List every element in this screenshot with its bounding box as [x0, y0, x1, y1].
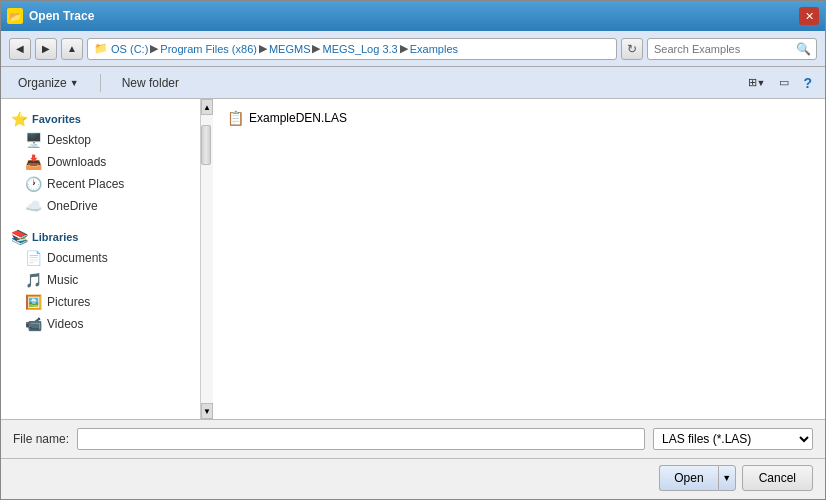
open-button-group: Open ▼ [659, 465, 735, 491]
back-button[interactable]: ◀ [9, 38, 31, 60]
toolbar: Organize ▼ New folder ⊞ ▼ ▭ ? [1, 67, 825, 99]
help-button[interactable]: ? [798, 72, 817, 94]
main-content: ⭐ Favorites 🖥️ Desktop 📥 Downloads 🕐 Rec… [1, 99, 825, 419]
up-button[interactable]: ▲ [61, 38, 83, 60]
filename-label: File name: [13, 432, 69, 446]
title-bar: 📂 Open Trace ✕ [1, 1, 825, 31]
sidebar-item-videos[interactable]: 📹 Videos [1, 313, 200, 335]
favorites-section: ⭐ Favorites [1, 107, 200, 129]
sidebar-item-desktop-label: Desktop [47, 133, 91, 147]
sidebar-item-onedrive-label: OneDrive [47, 199, 98, 213]
libraries-icon: 📚 [11, 229, 28, 245]
scroll-track [201, 115, 213, 403]
toolbar-right: ⊞ ▼ ▭ ? [743, 72, 817, 94]
forward-button[interactable]: ▶ [35, 38, 57, 60]
address-bar: ◀ ▶ ▲ 📁 OS (C:) ▶ Program Files (x86) ▶ … [1, 31, 825, 67]
new-folder-label: New folder [122, 76, 179, 90]
videos-icon: 📹 [25, 316, 41, 332]
sidebar-item-recent-places[interactable]: 🕐 Recent Places [1, 173, 200, 195]
view-grid-icon: ⊞ [748, 76, 757, 89]
breadcrumb-item-4[interactable]: Examples [410, 43, 458, 55]
scroll-down-button[interactable]: ▼ [201, 403, 213, 419]
breadcrumb-folder-icon: 📁 [94, 42, 111, 55]
organize-button[interactable]: Organize ▼ [9, 73, 88, 93]
libraries-label: Libraries [32, 231, 78, 243]
left-panel-scrollbar[interactable]: ▲ ▼ [201, 99, 213, 419]
libraries-section: 📚 Libraries [1, 225, 200, 247]
left-panel: ⭐ Favorites 🖥️ Desktop 📥 Downloads 🕐 Rec… [1, 99, 201, 419]
sidebar-item-downloads[interactable]: 📥 Downloads [1, 151, 200, 173]
refresh-button[interactable]: ↻ [621, 38, 643, 60]
preview-button[interactable]: ▭ [774, 73, 794, 92]
file-name-0: ExampleDEN.LAS [249, 111, 347, 125]
breadcrumb-item-2[interactable]: MEGMS [269, 43, 311, 55]
view-chevron-icon: ▼ [757, 78, 766, 88]
filetype-select[interactable]: LAS files (*.LAS) [653, 428, 813, 450]
organize-chevron-icon: ▼ [70, 78, 79, 88]
new-folder-button[interactable]: New folder [113, 73, 188, 93]
sidebar-item-documents-label: Documents [47, 251, 108, 265]
music-icon: 🎵 [25, 272, 41, 288]
sidebar-item-downloads-label: Downloads [47, 155, 106, 169]
scroll-thumb[interactable] [201, 125, 211, 165]
dialog-title: Open Trace [29, 9, 94, 23]
sidebar-item-videos-label: Videos [47, 317, 83, 331]
search-input[interactable] [654, 43, 792, 55]
section-spacer-1 [1, 217, 200, 225]
documents-icon: 📄 [25, 250, 41, 266]
favorites-label: Favorites [32, 113, 81, 125]
recent-places-icon: 🕐 [25, 176, 41, 192]
breadcrumb-item-3[interactable]: MEGS_Log 3.3 [322, 43, 397, 55]
sidebar-item-pictures[interactable]: 🖼️ Pictures [1, 291, 200, 313]
search-icon: 🔍 [796, 42, 811, 56]
right-panel: 📋 ExampleDEN.LAS [213, 99, 825, 419]
dialog-icon: 📂 [7, 8, 23, 24]
file-item-0[interactable]: 📋 ExampleDEN.LAS [221, 107, 817, 129]
scroll-up-button[interactable]: ▲ [201, 99, 213, 115]
cancel-button[interactable]: Cancel [742, 465, 813, 491]
preview-icon: ▭ [779, 76, 789, 89]
favorites-star-icon: ⭐ [11, 111, 28, 127]
sidebar-item-desktop[interactable]: 🖥️ Desktop [1, 129, 200, 151]
search-box: 🔍 [647, 38, 817, 60]
file-area: 📋 ExampleDEN.LAS [213, 99, 825, 419]
open-dropdown-arrow-icon: ▼ [722, 473, 731, 483]
file-icon-0: 📋 [227, 110, 243, 126]
title-bar-left: 📂 Open Trace [7, 8, 94, 24]
downloads-icon: 📥 [25, 154, 41, 170]
toolbar-separator [100, 74, 101, 92]
sidebar-item-pictures-label: Pictures [47, 295, 90, 309]
sidebar-item-onedrive[interactable]: ☁️ OneDrive [1, 195, 200, 217]
onedrive-icon: ☁️ [25, 198, 41, 214]
cancel-label: Cancel [759, 471, 796, 485]
bottom-filename-bar: File name: LAS files (*.LAS) [1, 419, 825, 458]
help-icon: ? [803, 75, 812, 91]
filename-input[interactable] [77, 428, 645, 450]
dialog-window: 📂 Open Trace ✕ ◀ ▶ ▲ 📁 OS (C:) ▶ Program… [0, 0, 826, 500]
sidebar-item-music[interactable]: 🎵 Music [1, 269, 200, 291]
breadcrumb-item-1[interactable]: Program Files (x86) [160, 43, 257, 55]
open-dropdown-button[interactable]: ▼ [718, 465, 736, 491]
breadcrumb-item-0[interactable]: OS (C:) [111, 43, 148, 55]
sidebar-item-recent-places-label: Recent Places [47, 177, 124, 191]
open-button[interactable]: Open [659, 465, 717, 491]
view-options-button[interactable]: ⊞ ▼ [743, 73, 771, 92]
desktop-icon: 🖥️ [25, 132, 41, 148]
close-button[interactable]: ✕ [799, 7, 819, 25]
pictures-icon: 🖼️ [25, 294, 41, 310]
title-controls: ✕ [799, 7, 819, 25]
button-row: Open ▼ Cancel [1, 458, 825, 499]
sidebar-item-documents[interactable]: 📄 Documents [1, 247, 200, 269]
breadcrumb-bar: 📁 OS (C:) ▶ Program Files (x86) ▶ MEGMS … [87, 38, 617, 60]
organize-label: Organize [18, 76, 67, 90]
sidebar-item-music-label: Music [47, 273, 78, 287]
